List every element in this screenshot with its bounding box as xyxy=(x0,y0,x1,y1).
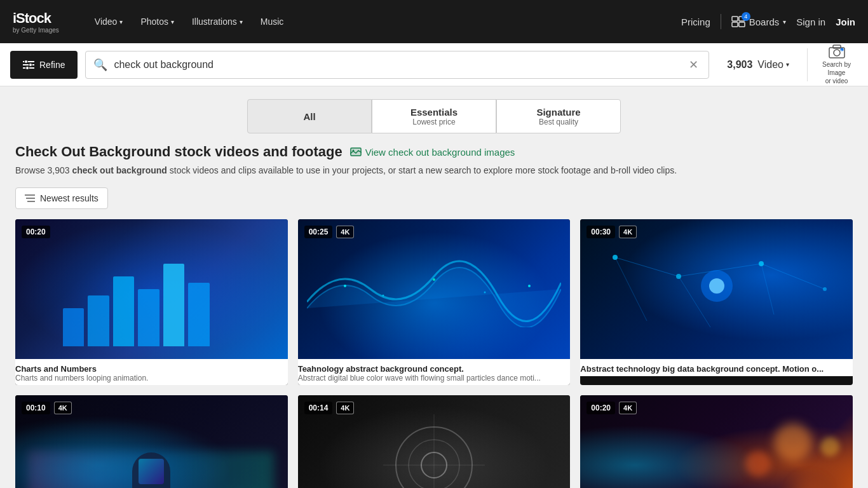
description-keyword: check out background xyxy=(72,165,167,175)
filter-tabs: All Essentials Lowest price Signature Be… xyxy=(0,86,868,144)
video-thumbnail: 00:20 xyxy=(15,219,288,359)
video-info: Charts and Numbers Charts and numbers lo… xyxy=(15,359,288,385)
sign-in-button[interactable]: Sign in xyxy=(796,17,825,27)
newest-results-label: Newest results xyxy=(40,193,98,203)
video-subtitle: Charts and numbers looping animation. xyxy=(15,374,288,383)
svg-point-7 xyxy=(25,60,28,64)
nav-separator xyxy=(721,14,721,29)
svg-point-37 xyxy=(823,287,827,291)
filter-tab-signature-label: Signature xyxy=(536,107,580,118)
results-count-area: 3,903 Video ▾ xyxy=(717,59,799,71)
join-button[interactable]: Join xyxy=(836,17,855,27)
video-thumbnail: 00:14 4K xyxy=(298,395,571,488)
search-by-image-button[interactable]: + Search by Imageor video xyxy=(807,48,858,81)
svg-rect-0 xyxy=(732,17,738,21)
video-info: Teahnology abstract background concept. … xyxy=(298,359,571,385)
boards-button[interactable]: 4 Boards ▾ xyxy=(731,16,787,27)
search-input[interactable] xyxy=(114,59,686,71)
nav-music[interactable]: Music xyxy=(253,11,292,32)
boards-icon-container: 4 xyxy=(731,16,745,27)
video-thumbnail: 00:10 4K xyxy=(15,395,288,488)
sort-row: Newest results xyxy=(15,187,853,209)
boards-label: Boards xyxy=(749,17,780,27)
video-card[interactable]: 00:10 4K xyxy=(15,395,288,488)
video-grid: 00:20 Charts and Numbers Charts an xyxy=(15,219,853,488)
nav-illustrations[interactable]: Illustrations ▾ xyxy=(184,11,250,32)
media-type-selector[interactable]: Video ▾ xyxy=(757,59,789,71)
svg-point-21 xyxy=(344,285,346,287)
network-svg xyxy=(583,226,850,353)
video-card[interactable]: 00:25 4K xyxy=(298,219,571,385)
video-card[interactable]: 00:20 4K xyxy=(580,395,853,488)
svg-line-31 xyxy=(761,264,774,315)
nav-right: Pricing 4 Boards ▾ Sign in Join xyxy=(681,14,855,29)
main-content: Check Out Background stock videos and fo… xyxy=(0,144,868,488)
page-description: Browse 3,903 check out background stock … xyxy=(15,164,853,177)
svg-point-9 xyxy=(26,66,29,69)
logo-text: iStock xyxy=(13,10,59,27)
description-pre: Browse 3,903 xyxy=(15,165,72,175)
video-thumbnail: 00:20 4K xyxy=(580,395,853,488)
filter-tab-signature[interactable]: Signature Best quality xyxy=(496,99,621,133)
svg-point-25 xyxy=(528,285,531,287)
camera-search-icon: + xyxy=(828,44,846,58)
media-type-label: Video xyxy=(757,59,783,71)
newest-results-button[interactable]: Newest results xyxy=(15,187,108,209)
search-bar: Refine 🔍 ✕ 3,903 Video ▾ + Search by Ima… xyxy=(0,43,868,86)
video-title: Teahnology abstract background concept. xyxy=(298,364,571,374)
sort-icon xyxy=(25,194,35,203)
top-navigation: iStock by Getty Images Video ▾ Photos ▾ … xyxy=(0,0,868,43)
view-images-link[interactable]: View check out background images xyxy=(350,147,515,158)
svg-point-8 xyxy=(29,63,32,66)
svg-point-24 xyxy=(484,292,485,294)
svg-rect-3 xyxy=(739,22,745,27)
image-link-icon xyxy=(350,147,362,156)
video-info: Abstract technology big data background … xyxy=(580,359,853,376)
description-post: stock videos and clips available to use … xyxy=(167,165,677,175)
filter-tab-essentials[interactable]: Essentials Lowest price xyxy=(372,99,496,133)
view-images-label: View check out background images xyxy=(365,147,515,158)
video-thumbnail: 00:25 4K xyxy=(298,219,571,359)
boards-badge: 4 xyxy=(742,12,750,21)
svg-line-29 xyxy=(615,257,647,321)
svg-rect-2 xyxy=(732,22,738,27)
refine-button[interactable]: Refine xyxy=(10,51,78,79)
video-card[interactable]: 00:30 4K xyxy=(580,219,853,385)
search-by-image-label: Search by Imageor video xyxy=(815,60,858,85)
svg-point-35 xyxy=(676,274,681,279)
search-icon: 🔍 xyxy=(93,58,107,72)
search-by-image-icon-wrapper: + xyxy=(828,44,846,60)
search-input-wrapper: 🔍 ✕ xyxy=(85,51,709,79)
video-card[interactable]: 00:20 Charts and Numbers Charts an xyxy=(15,219,288,385)
filter-tab-all-label: All xyxy=(303,111,315,122)
nav-video[interactable]: Video ▾ xyxy=(87,11,131,32)
filter-tab-signature-sublabel: Best quality xyxy=(539,118,578,126)
video-card[interactable]: 00:14 4K xyxy=(298,395,571,488)
svg-point-22 xyxy=(382,295,384,297)
logo[interactable]: iStock by Getty Images xyxy=(13,10,59,34)
refine-label: Refine xyxy=(39,60,65,70)
nav-links: Video ▾ Photos ▾ Illustrations ▾ Music xyxy=(87,11,666,32)
filter-tab-essentials-label: Essentials xyxy=(410,107,458,118)
nav-photos[interactable]: Photos ▾ xyxy=(133,11,182,32)
svg-line-28 xyxy=(761,264,825,289)
svg-point-36 xyxy=(759,261,764,266)
chevron-down-icon: ▾ xyxy=(783,18,786,25)
pricing-link[interactable]: Pricing xyxy=(681,17,710,27)
svg-rect-12 xyxy=(833,45,841,48)
video-title: Charts and Numbers xyxy=(15,364,288,374)
logo-subtitle: by Getty Images xyxy=(13,27,59,34)
refine-icon xyxy=(23,60,34,69)
results-count: 3,903 xyxy=(727,59,752,71)
clear-button[interactable]: ✕ xyxy=(686,58,701,72)
wave-svg xyxy=(307,251,561,327)
video-subtitle: Abstract digital blue color wave with fl… xyxy=(298,374,571,383)
svg-line-26 xyxy=(615,257,679,276)
svg-point-34 xyxy=(613,255,618,260)
filter-tab-essentials-sublabel: Lowest price xyxy=(412,118,455,126)
filter-tab-all[interactable]: All xyxy=(247,99,372,133)
page-title-row: Check Out Background stock videos and fo… xyxy=(15,144,853,160)
svg-point-11 xyxy=(834,50,840,56)
page-title: Check Out Background stock videos and fo… xyxy=(15,144,342,160)
video-thumbnail: 00:30 4K xyxy=(580,219,853,359)
